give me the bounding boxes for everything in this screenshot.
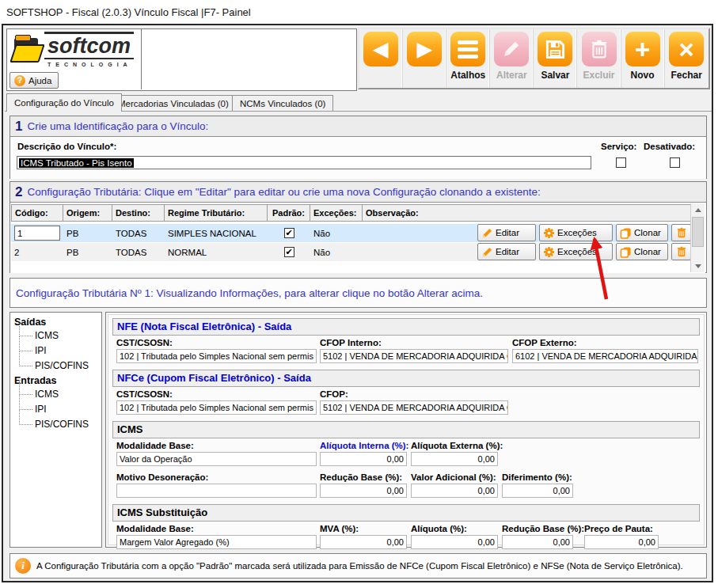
servico-checkbox[interactable] bbox=[616, 157, 626, 168]
nfce-section-title: NFCe (Cupom Fiscal Eletrônico) - Saída bbox=[112, 370, 700, 387]
col-header-excecoes: Exceções: bbox=[310, 204, 363, 222]
delete-row-button-row1[interactable] bbox=[671, 224, 691, 241]
col-header-regime: Regime Tributário: bbox=[165, 204, 268, 222]
footer-info-text: A Configuração Tributária com a opção "P… bbox=[36, 561, 683, 571]
section-identificacao: 1 Crie uma Identificação para o Vínculo:… bbox=[9, 116, 707, 179]
toolbar-label: Alterar bbox=[496, 70, 527, 81]
clonar-button-row2[interactable]: Clonar bbox=[616, 243, 668, 260]
cell-codigo[interactable]: 1 bbox=[11, 224, 63, 242]
config-view-title: Configuração Tributária Nº 1: Visualizan… bbox=[16, 287, 483, 299]
nfe-cfop-externo-value[interactable]: 6102 | VENDA DE MERCADORIA ADQUIRIDA OU bbox=[512, 349, 698, 363]
delete-row-button-row2[interactable] bbox=[671, 243, 691, 260]
cell-excecoes: Não bbox=[310, 224, 363, 242]
toolbar-label: Atalhos bbox=[450, 70, 485, 81]
menu-icon bbox=[458, 40, 478, 59]
copy-icon bbox=[620, 246, 632, 258]
icms-motivo-value[interactable] bbox=[116, 484, 317, 498]
cell-regime: NORMAL bbox=[165, 243, 268, 261]
nfe-fields-row: CST/CSOSN: 102 | Tributada pelo Simples … bbox=[116, 338, 698, 366]
scrollbar-thumb[interactable] bbox=[692, 217, 704, 247]
icms-aliquota-externa-field: Alíquota Externa (%): 0,00 bbox=[411, 441, 498, 466]
tab-configuracao-do-vinculo[interactable]: Configuração do Vínculo bbox=[6, 93, 122, 112]
icms-reducao-label: Redução Base (%): bbox=[320, 472, 407, 482]
icms-st-reducao-value[interactable]: 0,00 bbox=[502, 535, 573, 549]
icms-st-aliquota-label: Alíquota (%): bbox=[411, 524, 498, 533]
logo-panel-divider bbox=[141, 28, 142, 89]
cell-origem: PB bbox=[63, 243, 112, 261]
padrao-checkbox-checked[interactable]: ✔ bbox=[284, 228, 294, 238]
icms-st-row: Modalidade Base: Margem Valor Agregado (… bbox=[116, 524, 698, 552]
save-button[interactable] bbox=[538, 32, 572, 66]
icms-st-mva-value[interactable]: 0,00 bbox=[320, 535, 407, 549]
nfe-cfop-interno-label: CFOP Interno: bbox=[320, 338, 508, 347]
shortcuts-button[interactable] bbox=[450, 32, 485, 66]
icms-st-modalidade-field: Modalidade Base: Margem Valor Agregado (… bbox=[116, 524, 317, 549]
new-button[interactable]: + bbox=[625, 32, 660, 66]
icms-st-aliquota-value[interactable]: 0,00 bbox=[411, 535, 498, 549]
plus-icon: + bbox=[635, 36, 650, 63]
icms-aliquota-interna-value[interactable]: 0,00 bbox=[320, 452, 407, 466]
tree-item-saidas-piscofins[interactable]: PIS/COFINS bbox=[10, 358, 101, 374]
icms-st-mva-field: MVA (%): 0,00 bbox=[320, 524, 407, 549]
scroll-down-icon[interactable] bbox=[691, 260, 705, 272]
icms-valor-adicional-value[interactable]: 0,00 bbox=[411, 484, 498, 498]
toolbar-cell-excluir: Excluir bbox=[577, 29, 621, 88]
window-title: SOFTSHOP - Fiscal (2.0.3) Vínculo Fiscal… bbox=[0, 6, 251, 18]
icms-st-modalidade-value[interactable]: Margem Valor Agregado (%) bbox=[116, 535, 317, 549]
icms-aliquota-interna-label[interactable]: Alíquota Interna (%): bbox=[320, 441, 407, 450]
nfe-cst-value[interactable]: 102 | Tributada pelo Simples Nacional se… bbox=[116, 349, 317, 363]
tab-mercadorias-vinculadas[interactable]: Mercadorias Vinculadas (0) bbox=[110, 95, 237, 111]
descricao-input[interactable]: ICMS Tributado - Pis Isento bbox=[17, 156, 591, 169]
tree-item-entradas-piscofins[interactable]: PIS/COFINS bbox=[10, 417, 101, 432]
excecoes-button-row2[interactable]: Exceções bbox=[539, 243, 613, 260]
cell-origem: PB bbox=[63, 224, 112, 242]
icms-st-preco-label: Preço de Pauta: bbox=[584, 524, 659, 533]
icms-motivo-label: Motivo Desoneração: bbox=[116, 472, 317, 482]
scroll-up-icon[interactable] bbox=[691, 203, 705, 216]
nfce-cst-value[interactable]: 102 | Tributada pelo Simples Nacional se… bbox=[116, 400, 317, 415]
toolbar-label: Salvar bbox=[541, 70, 569, 81]
icms-aliquota-interna-field: Alíquota Interna (%): 0,00 bbox=[320, 441, 407, 466]
desativado-label: Desativado: bbox=[644, 142, 695, 151]
icms-st-preco-value[interactable]: 0,00 bbox=[584, 535, 659, 549]
icms-aliquota-externa-value[interactable]: 0,00 bbox=[411, 452, 498, 466]
app-window: SOFTSHOP - Fiscal (2.0.3) Vínculo Fiscal… bbox=[0, 0, 718, 588]
tab-ncms-vinculados[interactable]: NCMs Vinculados (0) bbox=[232, 95, 333, 111]
pencil-icon bbox=[501, 39, 522, 59]
clonar-button-row1[interactable]: Clonar bbox=[616, 224, 668, 241]
toolbar-cell-alterar: Alterar bbox=[490, 29, 534, 88]
col-header-origem: Origem: bbox=[63, 204, 112, 222]
codigo-input[interactable]: 1 bbox=[14, 226, 60, 241]
editar-button-row1[interactable]: Editar bbox=[477, 224, 536, 241]
excecoes-button-row1[interactable]: Exceções bbox=[539, 224, 613, 241]
icms-reducao-value[interactable]: 0,00 bbox=[320, 484, 407, 498]
padrao-checkbox-checked[interactable]: ✔ bbox=[284, 247, 294, 257]
icms-motivo-field: Motivo Desoneração: bbox=[116, 472, 317, 498]
toolbar-cell-novo: + Novo bbox=[621, 29, 665, 88]
help-button[interactable]: ? Ajuda bbox=[9, 72, 59, 89]
nfe-cfop-interno-value[interactable]: 5102 | VENDA DE MERCADORIA ADQUIRIDA OU bbox=[320, 349, 508, 363]
floppy-icon bbox=[545, 39, 566, 60]
trash-icon bbox=[676, 227, 687, 238]
nfe-cfop-externo-field: CFOP Externo: 6102 | VENDA DE MERCADORIA… bbox=[512, 338, 698, 363]
icms-reducao-field: Redução Base (%): 0,00 bbox=[320, 472, 407, 498]
excecoes-label: Exceções bbox=[557, 247, 597, 256]
desativado-checkbox[interactable] bbox=[670, 157, 680, 168]
back-button[interactable]: ◀ bbox=[363, 32, 398, 66]
softcom-logo: softcom TECNOLOGIA bbox=[13, 33, 139, 74]
forward-button[interactable]: ▶ bbox=[407, 32, 442, 66]
help-label: Ajuda bbox=[28, 76, 51, 85]
nfce-cfop-value[interactable]: 5102 | VENDA DE MERCADORIA ADQUIRIDA OU bbox=[320, 400, 508, 415]
icms-diferimento-value[interactable]: 0,00 bbox=[502, 484, 573, 498]
cell-codigo: 2 bbox=[11, 243, 63, 261]
editar-button-row2[interactable]: Editar bbox=[477, 243, 536, 260]
table-header-row: Código: Origem: Destino: Regime Tributár… bbox=[11, 204, 692, 222]
trash-icon bbox=[589, 39, 610, 59]
nfce-cst-label: CST/CSOSN: bbox=[116, 389, 317, 399]
table-scrollbar[interactable] bbox=[690, 203, 705, 272]
descricao-selected-text: ICMS Tributado - Pis Isento bbox=[19, 158, 134, 168]
icms-modalidade-value[interactable]: Valor da Operação bbox=[116, 452, 317, 466]
clonar-label: Clonar bbox=[634, 247, 661, 256]
close-button[interactable]: × bbox=[669, 32, 704, 66]
icms-valor-adicional-label: Valor Adicional (%): bbox=[411, 472, 498, 482]
